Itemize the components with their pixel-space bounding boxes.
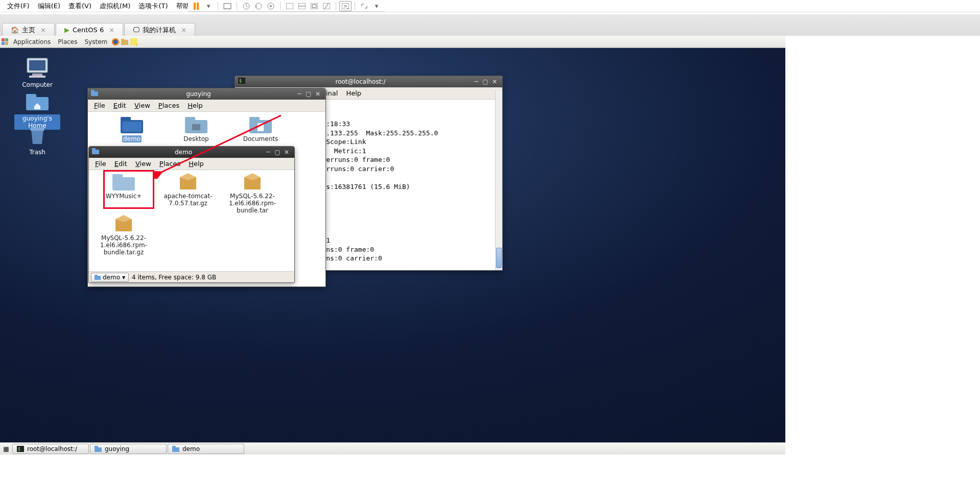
svg-rect-18	[2, 42, 5, 45]
svg-rect-24	[130, 38, 137, 45]
show-desktop-icon[interactable]: ▦	[1, 445, 11, 453]
terminal-scrollbar[interactable]	[495, 90, 502, 270]
view-single-icon[interactable]	[284, 1, 296, 11]
snapshot-manage-icon[interactable]	[265, 1, 277, 11]
host-menu-vm[interactable]: 虚拟机(M)	[96, 2, 134, 11]
host-menu-tabs[interactable]: 选项卡(T)	[134, 2, 172, 11]
tab-home[interactable]: 🏠 主页 ×	[2, 23, 55, 36]
file-label: MySQL-5.6.22-1.el6.i686.rpm-bundle.tar	[221, 193, 284, 214]
svg-rect-52	[95, 275, 98, 276]
view-split-icon[interactable]	[296, 1, 308, 11]
host-menu-file[interactable]: 文件(F)	[3, 2, 34, 11]
file-label: Desktop	[183, 135, 209, 142]
menu-view[interactable]: View	[130, 102, 154, 109]
file-item-mysql-targz[interactable]: MySQL-5.6.22-1.el6.i686.rpm-bundle.tar.g…	[92, 214, 155, 256]
status-text: 4 items, Free space: 9.8 GB	[132, 274, 216, 281]
menu-places[interactable]: Places	[154, 102, 183, 109]
location-label: demo	[103, 274, 120, 281]
send-ctrlaltdel-icon[interactable]	[221, 1, 234, 11]
fullscreen-icon[interactable]	[308, 1, 320, 11]
file-item-mysql-tar[interactable]: MySQL-5.6.22-1.el6.i686.rpm-bundle.tar	[221, 172, 284, 214]
file-item-documents[interactable]: Documents	[229, 115, 292, 142]
vm-icon: ▶	[64, 26, 69, 34]
window-title: guoying	[102, 90, 295, 98]
minimize-button[interactable]: ─	[264, 149, 273, 156]
menu-places[interactable]: Places	[155, 160, 184, 168]
tab-centos6[interactable]: ▶ CentOS 6 ×	[56, 23, 123, 36]
archive-icon	[112, 214, 135, 233]
host-menu-edit[interactable]: 编辑(E)	[34, 2, 64, 11]
svg-rect-23	[121, 39, 124, 40]
menu-file[interactable]: File	[91, 160, 110, 168]
tab-centos6-label: CentOS 6	[73, 26, 104, 34]
folder-title-icon	[91, 90, 99, 98]
menu-system[interactable]: System	[81, 38, 110, 45]
minimize-button[interactable]: ─	[472, 78, 481, 85]
close-icon[interactable]: ×	[40, 26, 46, 34]
svg-rect-33	[30, 128, 44, 131]
menu-edit[interactable]: Edit	[109, 102, 130, 109]
menu-view[interactable]: View	[131, 160, 155, 168]
svg-rect-7	[286, 3, 293, 9]
unity-icon[interactable]	[320, 1, 333, 11]
annotation-highlight-box	[103, 170, 154, 209]
maximize-button[interactable]: ▢	[481, 78, 490, 85]
host-blank-area-bottom	[0, 455, 786, 500]
console-icon[interactable]: >_	[339, 1, 352, 11]
menu-edit[interactable]: Edit	[110, 160, 131, 168]
file-manager-icon[interactable]	[121, 38, 129, 46]
host-menu-view[interactable]: 查看(V)	[64, 2, 96, 11]
minimize-button[interactable]: ─	[295, 90, 304, 98]
desktop-icon-trash[interactable]: Trash	[14, 125, 60, 156]
snapshot-icon[interactable]	[240, 1, 252, 11]
menu-help[interactable]: Help	[183, 102, 207, 109]
location-button[interactable]: demo ▾	[91, 273, 129, 282]
svg-text:$: $	[18, 447, 20, 451]
home-icon: 🏠	[11, 26, 19, 34]
svg-rect-36	[91, 91, 98, 96]
window-filebrowser-demo[interactable]: demo ─ ▢ ✕ File Edit View Places Help WY…	[88, 146, 295, 283]
file-item-tomcat[interactable]: apache-tomcat-7.0.57.tar.gz	[156, 172, 220, 207]
monitor-icon: 🖵	[133, 26, 139, 34]
desktop-icon-computer[interactable]: Computer	[14, 57, 60, 89]
pause-button[interactable]	[190, 1, 202, 11]
maximize-button[interactable]: ▢	[273, 149, 282, 156]
menu-places[interactable]: Places	[55, 38, 80, 45]
scrollbar-thumb[interactable]	[496, 248, 502, 268]
close-button[interactable]: ✕	[490, 78, 499, 85]
firefox-icon[interactable]	[111, 38, 120, 46]
archive-icon	[241, 172, 264, 192]
menu-file[interactable]: File	[90, 102, 109, 109]
stretch-dropdown-icon[interactable]: ▾	[370, 1, 383, 11]
toolbar-dropdown-icon[interactable]: ▾	[202, 1, 215, 11]
taskbar-item-demo[interactable]: demo	[168, 444, 244, 454]
snapshot-revert-icon[interactable]	[252, 1, 265, 11]
stretch-icon[interactable]	[358, 1, 370, 11]
menu-help[interactable]: Help	[184, 160, 208, 168]
svg-rect-17	[5, 38, 8, 41]
svg-rect-56	[95, 447, 102, 452]
svg-point-21	[113, 40, 118, 44]
tab-mycomputer[interactable]: 🖵 我的计算机 ×	[124, 23, 195, 36]
svg-rect-59	[172, 446, 176, 448]
taskbar-item-terminal[interactable]: $ root@localhost:/	[12, 444, 89, 454]
applications-icon	[1, 38, 9, 46]
close-button[interactable]: ✕	[313, 90, 322, 98]
menu-help[interactable]: Help	[342, 89, 365, 97]
close-icon[interactable]: ×	[109, 26, 114, 34]
home-folder-icon	[24, 91, 51, 112]
notes-icon[interactable]	[130, 38, 138, 46]
file-item-demo[interactable]: demo	[100, 115, 164, 142]
maximize-button[interactable]: ▢	[304, 90, 313, 98]
terminal-title-icon: $	[238, 78, 246, 86]
file-item-desktop[interactable]: Desktop	[165, 115, 228, 142]
trash-icon	[24, 125, 51, 146]
close-icon[interactable]: ×	[181, 26, 186, 34]
desktop-icon-home[interactable]: guoying's Home	[14, 91, 60, 130]
close-button[interactable]: ✕	[282, 149, 291, 156]
menu-applications[interactable]: Applications	[10, 38, 54, 45]
host-toolbar: ▾ >_ ▾	[188, 1, 385, 12]
taskbar-item-guoying[interactable]: guoying	[90, 444, 167, 454]
svg-rect-48	[92, 148, 96, 150]
folder-icon	[121, 115, 143, 134]
